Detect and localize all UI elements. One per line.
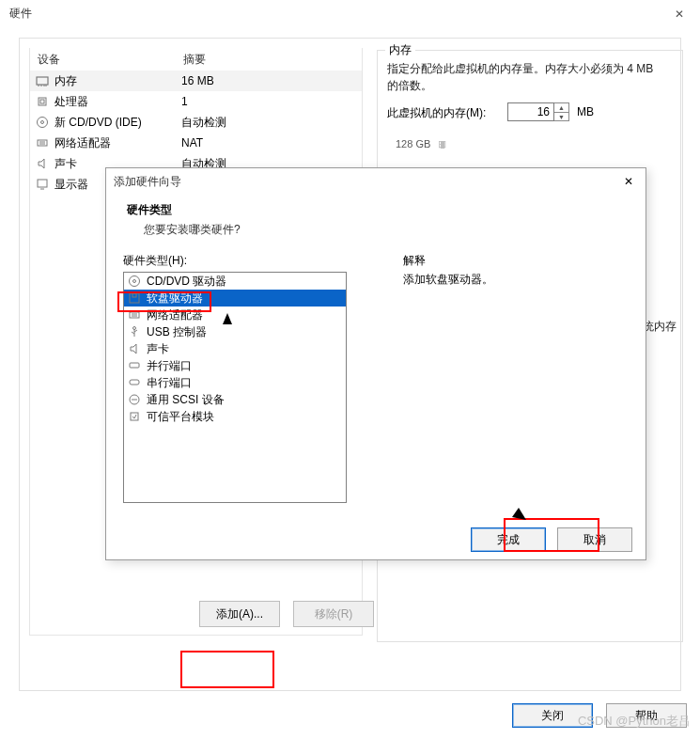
usb-icon	[128, 325, 141, 338]
disc-icon	[36, 116, 49, 129]
hardware-type-name: 声卡	[147, 341, 169, 357]
finish-button[interactable]: 完成	[471, 527, 546, 552]
memory-desc-l2: 的倍数。	[387, 79, 432, 92]
close-icon[interactable]: ✕	[662, 2, 696, 26]
serial-icon	[128, 376, 141, 389]
hardware-type-item[interactable]: 并行端口	[124, 357, 346, 374]
display-icon	[36, 178, 49, 191]
sound-icon	[128, 342, 141, 355]
network-icon	[36, 136, 49, 149]
memory-field-row: 此虚拟机的内存(M): ▲▼ MB	[387, 105, 669, 121]
device-row[interactable]: 内存16 MB	[30, 71, 362, 91]
hardware-type-item[interactable]: 声卡	[124, 340, 346, 357]
hardware-type-item[interactable]: 通用 SCSI 设备	[124, 391, 346, 408]
explanation-text: 添加软盘驱动器。	[403, 272, 643, 503]
hardware-type-name: 可信平台模块	[147, 409, 214, 425]
memory-slider[interactable]: 128 GB ⊟	[396, 137, 663, 150]
hardware-type-name: 并行端口	[147, 358, 192, 374]
wizard-titlebar: 添加硬件向导 ✕	[106, 168, 646, 195]
device-summary: 16 MB	[176, 74, 362, 87]
wizard-header: 硬件类型 您要安装哪类硬件?	[106, 195, 646, 249]
hardware-type-list[interactable]: CD/DVD 驱动器软盘驱动器网络适配器USB 控制器声卡并行端口串行端口通用 …	[123, 272, 347, 503]
device-summary: NAT	[176, 136, 362, 149]
hardware-type-name: 网络适配器	[147, 307, 203, 323]
hardware-type-item[interactable]: 串行端口	[124, 374, 346, 391]
device-name: 显示器	[54, 177, 88, 193]
device-buttons: 添加(A)... 移除(R)	[199, 601, 374, 627]
hardware-type-item[interactable]: USB 控制器	[124, 323, 346, 340]
hardware-type-label: 硬件类型(H):	[123, 253, 187, 269]
hardware-title: 硬件	[9, 6, 32, 22]
hardware-type-name: 串行端口	[147, 375, 192, 391]
hardware-type-item[interactable]: 网络适配器	[124, 307, 346, 323]
network-icon	[128, 308, 141, 322]
device-name: 网络适配器	[54, 135, 111, 151]
tpm-icon	[128, 410, 141, 423]
device-name: 声卡	[54, 156, 77, 172]
device-header-device: 设备	[30, 48, 176, 70]
cpu-icon	[36, 95, 49, 108]
memory-track[interactable]	[441, 141, 444, 149]
cancel-button[interactable]: 取消	[557, 527, 632, 552]
hardware-type-item[interactable]: 软盘驱动器	[124, 290, 346, 307]
device-header-summary: 摘要	[176, 48, 362, 70]
device-row[interactable]: 新 CD/DVD (IDE)自动检测	[30, 112, 362, 133]
memory-legend: 内存	[385, 42, 415, 58]
parallel-icon	[128, 359, 141, 372]
device-name: 处理器	[54, 94, 88, 110]
add-hardware-wizard: 添加硬件向导 ✕ 硬件类型 您要安装哪类硬件? 硬件类型(H): CD/DVD …	[105, 167, 646, 560]
hardware-type-item[interactable]: 可信平台模块	[124, 408, 346, 425]
wizard-title: 添加硬件向导	[114, 174, 181, 190]
close-icon[interactable]: ✕	[617, 172, 640, 191]
device-summary: 自动检测	[176, 115, 362, 131]
device-name: 内存	[54, 73, 77, 89]
add-hardware-button[interactable]: 添加(A)...	[199, 601, 280, 627]
memory-input[interactable]	[507, 102, 554, 121]
memory-desc-l1: 指定分配给此虚拟机的内存量。内存大小必须为 4 MB	[387, 62, 653, 75]
watermark: CSDN @Python老吕	[578, 713, 691, 730]
hardware-type-name: 通用 SCSI 设备	[147, 392, 225, 408]
wizard-buttons: 完成 取消	[471, 527, 632, 552]
remove-hardware-button: 移除(R)	[293, 601, 374, 627]
hardware-type-name: 软盘驱动器	[147, 291, 203, 307]
memory-unit: MB	[577, 105, 594, 118]
device-table-header: 设备 摘要	[30, 48, 362, 71]
sound-icon	[36, 157, 49, 170]
wizard-body: 硬件类型(H): CD/DVD 驱动器软盘驱动器网络适配器USB 控制器声卡并行…	[121, 244, 632, 516]
device-name: 新 CD/DVD (IDE)	[54, 115, 142, 131]
hardware-type-name: CD/DVD 驱动器	[147, 274, 226, 290]
hardware-type-item[interactable]: CD/DVD 驱动器	[124, 273, 346, 290]
wizard-subheading: 您要安装哪类硬件?	[127, 222, 625, 238]
device-row[interactable]: 处理器1	[30, 91, 362, 112]
memory-icon	[36, 74, 49, 87]
hardware-type-name: USB 控制器	[147, 324, 207, 340]
device-row[interactable]: 网络适配器NAT	[30, 133, 362, 153]
wizard-heading: 硬件类型	[127, 202, 625, 218]
scsi-icon	[128, 393, 141, 406]
memory-field-label: 此虚拟机的内存(M):	[387, 105, 486, 121]
memory-description: 指定分配给此虚拟机的内存量。内存大小必须为 4 MB 的倍数。	[387, 60, 678, 94]
memory-top-tick: 128 GB	[396, 138, 430, 149]
hardware-titlebar: 硬件 ✕	[0, 0, 700, 28]
floppy-icon	[128, 291, 141, 305]
device-summary: 1	[176, 95, 362, 108]
memory-spinner[interactable]: ▲▼	[554, 102, 569, 121]
disc-icon	[128, 275, 141, 288]
explanation-label: 解释	[403, 253, 426, 269]
